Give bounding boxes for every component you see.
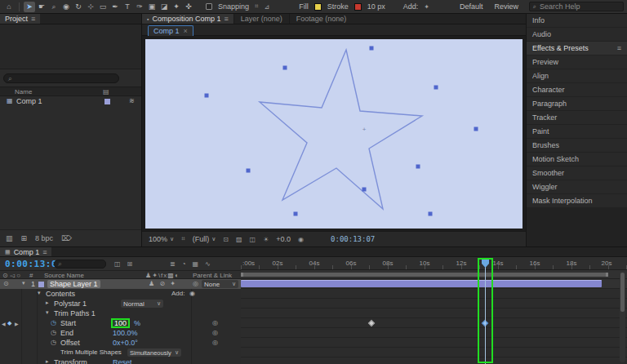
offset-value[interactable]: 0x+0.0° [113,339,138,347]
blend-mode-select[interactable]: Normal ∨ [121,300,163,308]
viewer-timecode[interactable]: 0:00:13:07 [331,235,375,243]
snap-option-a-icon[interactable]: ⌗ [255,2,259,11]
home-icon[interactable]: ⌂ [3,2,15,12]
rotation-tool[interactable]: ↻ [73,2,84,12]
panel-tab-character[interactable]: Character [527,83,627,96]
property-track[interactable] [241,357,627,364]
panel-tab-align[interactable]: Align [527,69,627,82]
name-column-header[interactable]: Name [15,88,32,95]
pickwhip-icon[interactable]: ◎ [212,329,218,336]
timeline-graph[interactable]: :00s 02s 04s 06s 08s 10s 12s 14s 16s 18s… [241,257,627,364]
property-track[interactable] [241,348,627,357]
snapshot-icon[interactable]: ◉ [298,236,304,243]
contents-label[interactable]: Contents [46,290,75,298]
panel-tab-smoother[interactable]: Smoother [527,166,627,180]
transform-row[interactable]: ▸ Transform Reset [0,357,241,364]
footage-tab[interactable]: Footage (none) [289,14,354,24]
trim-multiple-shapes-row[interactable]: Trim Multiple Shapes Simultaneously ∨ [0,348,241,357]
eraser-tool[interactable]: ◪ [158,2,170,12]
property-track[interactable] [241,328,627,338]
resolution-select[interactable]: (Full) ∨ [193,235,216,243]
vertex-handle[interactable] [247,169,251,173]
delete-icon[interactable]: ⌦ [61,234,72,242]
end-label[interactable]: End [60,329,73,337]
property-track[interactable] [241,338,627,348]
clone-stamp-tool[interactable]: ▣ [146,2,158,12]
composition-tab[interactable]: ▪ Composition Comp 1 ≡ [142,14,233,24]
transparency-grid-icon[interactable]: ▨ [236,236,242,243]
expander-icon[interactable]: ▸ [46,358,49,364]
panel-menu-icon[interactable]: ≡ [42,248,47,256]
panel-tab-tracker[interactable]: Tracker [527,111,627,124]
parent-pickwhip-icon[interactable]: ◎ [193,280,198,287]
motion-blur-icon[interactable]: ▦ [193,260,199,268]
comp-viewer-tab[interactable]: Comp 1 × [148,25,193,36]
vertex-handle[interactable] [283,66,287,70]
shy-icon[interactable]: ≣ [170,260,176,268]
zoom-tool[interactable]: ⌕ [48,2,60,12]
layer-duration-bar[interactable] [241,280,602,287]
zoom-select[interactable]: 100% ∨ [149,235,174,243]
contents-row[interactable]: ▾ Contents Add: ◉ [0,289,241,299]
brush-tool[interactable]: ✑ [134,2,145,12]
expander-icon[interactable]: ▾ [46,309,49,316]
layer-row[interactable]: ⊙ ▾ 1 Shape Layer 1 ♟ ⊘ ✦ ◎ None ∨ [0,279,241,289]
pan-behind-tool[interactable]: ⊹ [85,2,96,12]
stroke-label[interactable]: Stroke [327,2,349,11]
vertical-scrollbar[interactable] [620,271,625,362]
start-row[interactable]: ◀ ◆ ▶ ◷ Start 100 % ◎ [0,318,241,328]
vertex-handle[interactable] [294,212,298,216]
vertex-handle[interactable] [362,188,367,192]
comp-canvas[interactable]: + [145,39,522,229]
parent-select[interactable]: None ∨ [202,280,238,288]
selection-tool[interactable]: ➤ [24,2,35,12]
add-icon[interactable]: ✦ [424,3,429,11]
prev-keyframe-icon[interactable]: ◀ [2,321,6,326]
vertex-handle[interactable] [429,212,433,216]
stopwatch-icon[interactable]: ◷ [51,329,56,336]
safe-guides-icon[interactable]: ⌗ [181,235,185,243]
panel-tab-brushes[interactable]: Brushes [527,139,627,152]
vertex-handle[interactable] [434,86,438,90]
anchor-point-marker[interactable]: + [362,126,367,133]
workspace-default[interactable]: Default [460,2,483,11]
expander-icon[interactable]: ▸ [46,300,49,306]
trim-multiple-shapes-select[interactable]: Simultaneously ∨ [127,348,181,357]
project-tab[interactable]: Project ≡ [0,14,40,24]
project-search-input[interactable]: ⌕ [3,73,119,83]
eye-icon[interactable]: ⊙ [3,280,9,287]
panel-tab-preview[interactable]: Preview [527,55,627,69]
hand-tool[interactable]: ☛ [36,2,47,12]
pickwhip-icon[interactable]: ◎ [212,339,218,346]
property-track[interactable] [241,299,627,309]
snap-option-b-icon[interactable]: ⊿ [265,3,270,11]
label-color-swatch[interactable] [104,99,110,104]
project-item-row[interactable]: ▦ Comp 1 ≋ [0,96,141,106]
timeline-comp-tab[interactable]: ▦ Comp 1 ≡ [0,247,51,256]
type-tool[interactable]: T [122,2,133,12]
help-search-input[interactable]: ⌕ Search Help [529,2,624,11]
keyframe-toggle-icon[interactable]: ◆ [7,320,11,326]
fill-label[interactable]: Fill [299,2,309,11]
trim-multiple-shapes-label[interactable]: Trim Multiple Shapes [60,348,122,356]
add-property-icon[interactable]: ◉ [189,290,195,297]
timeline-search-input[interactable]: ⌕ [54,260,106,269]
layer-switches-icons[interactable]: ♟ ⊘ ✦ [149,280,177,287]
panel-tab-info[interactable]: Info [527,14,627,27]
pen-tool[interactable]: ✒ [109,2,121,12]
exposure-icon[interactable]: ☀ [263,236,269,243]
expander-icon[interactable]: ▾ [22,280,25,286]
start-value-highlight[interactable]: 100 [111,318,130,328]
panel-tab-paragraph[interactable]: Paragraph [527,97,627,110]
property-track[interactable] [241,318,627,328]
next-keyframe-icon[interactable]: ▶ [15,321,19,326]
panel-tab-motion-sketch[interactable]: Motion Sketch [527,153,627,166]
orbit-camera-tool[interactable]: ◉ [60,2,72,12]
source-name-header[interactable]: Source Name [44,272,84,279]
rectangle-tool[interactable]: ▭ [97,2,109,12]
vertex-handle[interactable] [474,127,478,131]
panel-menu-icon[interactable]: ≡ [31,15,35,23]
exposure-value[interactable]: +0.0 [276,235,291,243]
stroke-color-swatch[interactable] [354,3,362,11]
color-depth-label[interactable]: 8 bpc [35,234,53,242]
